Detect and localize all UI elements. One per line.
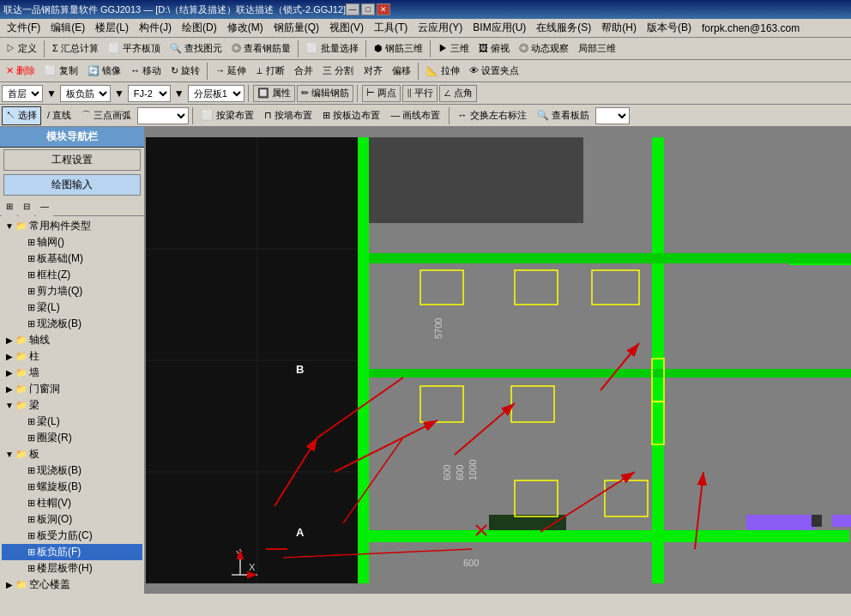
angle-button[interactable]: ∠ 点角 bbox=[439, 85, 477, 102]
sidebar-tool1[interactable]: ⊞ bbox=[2, 197, 17, 216]
separator bbox=[298, 40, 299, 57]
tree-item-14[interactable]: ▼📁板 bbox=[2, 446, 142, 462]
tree-item-2[interactable]: ⊞板基础(M) bbox=[2, 251, 142, 267]
tree-item-0[interactable]: ▼📁常用构件类型 bbox=[2, 218, 142, 234]
3d-button[interactable]: ▶ 三维 bbox=[434, 39, 474, 58]
view-rebar-select[interactable] bbox=[595, 107, 630, 124]
pj-select[interactable]: FJ-2 bbox=[128, 85, 171, 102]
sidebar-tool2[interactable]: ⊟ bbox=[19, 197, 34, 216]
dynamic-view-button[interactable]: ◎ 动态观察 bbox=[515, 39, 573, 58]
menu-item-m[interactable]: 修改(M) bbox=[222, 19, 269, 37]
parallel-button[interactable]: ‖ 平行 bbox=[402, 85, 438, 102]
main-area: 模块导航栏 工程设置 绘图输入 ⊞ ⊟ — ▼📁常用构件类型⊞轴网()⊞板基础(… bbox=[0, 127, 851, 594]
tree-item-19[interactable]: ⊞板受力筋(C) bbox=[2, 528, 142, 544]
find-button[interactable]: 🔍 查找图元 bbox=[166, 39, 226, 58]
tree-item-17[interactable]: ⊞柱帽(V) bbox=[2, 495, 142, 511]
sublayer-select[interactable]: 分层板1 bbox=[188, 85, 244, 102]
offset-button[interactable]: 偏移 bbox=[388, 62, 415, 81]
drawing-input-button[interactable]: 绘图输入 bbox=[3, 174, 141, 196]
menu-item-f[interactable]: 文件(F) bbox=[2, 19, 45, 37]
tree-item-7[interactable]: ▶📁轴线 bbox=[2, 332, 142, 348]
tree-item-13[interactable]: ⊞圈梁(R) bbox=[2, 430, 142, 446]
split-button[interactable]: 三 分割 bbox=[318, 62, 358, 81]
extend-button[interactable]: → 延伸 bbox=[211, 62, 250, 81]
swap-annotation-button[interactable]: ↔ 交换左右标注 bbox=[454, 106, 531, 125]
floor-select[interactable]: 首层 bbox=[2, 85, 43, 102]
tree-item-3[interactable]: ⊞框柱(Z) bbox=[2, 267, 142, 283]
two-point-button[interactable]: ⊢ 两点 bbox=[362, 85, 401, 102]
view-plate-rebar-button[interactable]: 🔍 查看板筋 bbox=[533, 106, 594, 125]
separator bbox=[449, 107, 450, 124]
arc-button[interactable]: ⌒ 三点画弧 bbox=[77, 106, 136, 125]
maximize-button[interactable]: □ bbox=[361, 3, 375, 15]
rotate-button[interactable]: ↻ 旋转 bbox=[166, 62, 204, 81]
menu-item-j[interactable]: 构件(J) bbox=[134, 19, 177, 37]
by-beam-button[interactable]: ⬜ 按梁布置 bbox=[197, 106, 258, 125]
line-button[interactable]: / 直线 bbox=[43, 106, 75, 125]
break-button[interactable]: ⊥ 打断 bbox=[251, 62, 289, 81]
svg-text:X: X bbox=[249, 562, 256, 572]
menu-item-y[interactable]: 云应用(Y) bbox=[413, 19, 468, 37]
menu-item-l[interactable]: 楼层(L) bbox=[90, 19, 134, 37]
menu-item-e[interactable]: 编辑(E) bbox=[45, 19, 90, 37]
property-button[interactable]: 🔲 属性 bbox=[253, 85, 295, 102]
menu-item-bimu[interactable]: BIM应用(U) bbox=[468, 19, 531, 37]
draw-line-button[interactable]: — 画线布置 bbox=[386, 106, 444, 125]
component-select[interactable]: 板负筋 bbox=[60, 85, 111, 102]
tree-item-22[interactable]: ▶📁空心楼盖 bbox=[2, 577, 142, 593]
menu-item-h[interactable]: 帮助(H) bbox=[596, 19, 642, 37]
tree-item-1[interactable]: ⊞轴网() bbox=[2, 234, 142, 251]
copy-button[interactable]: ⬜ 复制 bbox=[40, 62, 82, 81]
menu-item-d[interactable]: 绘图(D) bbox=[177, 19, 222, 37]
by-edge-button[interactable]: ⊞ 按板边布置 bbox=[318, 106, 384, 125]
tree-item-8[interactable]: ▶📁柱 bbox=[2, 348, 142, 365]
tree-item-12[interactable]: ⊞梁(L) bbox=[2, 414, 142, 430]
rebar-3d-button[interactable]: ⬢ 钢筋三维 bbox=[370, 39, 427, 58]
batch-select-button[interactable]: ⬜ 批量选择 bbox=[302, 39, 363, 58]
sum-button[interactable]: Σ 汇总计算 bbox=[48, 39, 103, 58]
tree-item-5[interactable]: ⊞梁(L) bbox=[2, 299, 142, 316]
mirror-button[interactable]: 🔄 镜像 bbox=[83, 62, 125, 81]
grip-button[interactable]: 👁 设置夹点 bbox=[465, 62, 523, 81]
tree-node-label: 墙 bbox=[29, 365, 39, 380]
tree-item-4[interactable]: ⊞剪力墙(Q) bbox=[2, 283, 142, 299]
delete-button[interactable]: ✕ 删除 bbox=[2, 62, 39, 81]
tree-item-6[interactable]: ⊞现浇板(B) bbox=[2, 316, 142, 332]
tree-item-10[interactable]: ▶📁门窗洞 bbox=[2, 381, 142, 397]
svg-text:A: A bbox=[296, 526, 305, 539]
close-button[interactable]: ✕ bbox=[377, 3, 390, 15]
project-settings-button[interactable]: 工程设置 bbox=[3, 149, 141, 171]
tree-item-16[interactable]: ⊞螺旋板(B) bbox=[2, 479, 142, 495]
tree-node-icon: ⊞ bbox=[27, 547, 35, 558]
tree-item-15[interactable]: ⊞现浇板(B) bbox=[2, 462, 142, 479]
sidebar-tool3[interactable]: — bbox=[36, 197, 53, 216]
menu-item-q[interactable]: 钢筋量(Q) bbox=[269, 19, 324, 37]
tree-item-11[interactable]: ▼📁梁 bbox=[2, 397, 142, 414]
level-top-button[interactable]: ⬜ 平齐板顶 bbox=[104, 39, 165, 58]
top-view-button[interactable]: 🖼 俯视 bbox=[474, 39, 514, 58]
menu-item-s[interactable]: 在线服务(S) bbox=[531, 19, 596, 37]
local-3d-button[interactable]: 局部三维 bbox=[574, 39, 620, 58]
align-button[interactable]: 对齐 bbox=[359, 62, 387, 81]
menu-item-forpkchencom[interactable]: forpk.chen@163.com bbox=[697, 21, 805, 36]
tree-item-18[interactable]: ⊞板洞(O) bbox=[2, 511, 142, 528]
tree-item-9[interactable]: ▶📁墙 bbox=[2, 365, 142, 381]
tree-node-icon: ⊞ bbox=[27, 563, 35, 574]
tree-item-20[interactable]: ⊞板负筋(F) bbox=[2, 544, 142, 560]
minimize-button[interactable]: — bbox=[346, 3, 359, 15]
arc-select[interactable] bbox=[137, 107, 189, 124]
define-button[interactable]: ▷ 定义 bbox=[2, 39, 41, 58]
canvas-area[interactable]: B A 5700 600 600 1000 600 X Y bbox=[146, 127, 851, 594]
merge-button[interactable]: 合并 bbox=[290, 62, 317, 81]
move-button[interactable]: ↔ 移动 bbox=[126, 62, 166, 81]
menu-item-b[interactable]: 版本号(B) bbox=[642, 19, 697, 37]
view-rebar-button[interactable]: ◎ 查看钢筋量 bbox=[227, 39, 295, 58]
tree-item-23[interactable]: ▶📁基础 bbox=[2, 593, 142, 594]
tree-item-21[interactable]: ⊞楼层板带(H) bbox=[2, 560, 142, 577]
edit-rebar-button[interactable]: ✏ 编辑钢筋 bbox=[297, 85, 353, 102]
stretch-button[interactable]: 📐 拉伸 bbox=[422, 62, 464, 81]
menu-item-t[interactable]: 工具(T) bbox=[369, 19, 413, 37]
select-button[interactable]: ↖ 选择 bbox=[2, 106, 41, 125]
by-wall-button[interactable]: ⊓ 按墙布置 bbox=[260, 106, 317, 125]
menu-item-v[interactable]: 视图(V) bbox=[324, 19, 369, 37]
